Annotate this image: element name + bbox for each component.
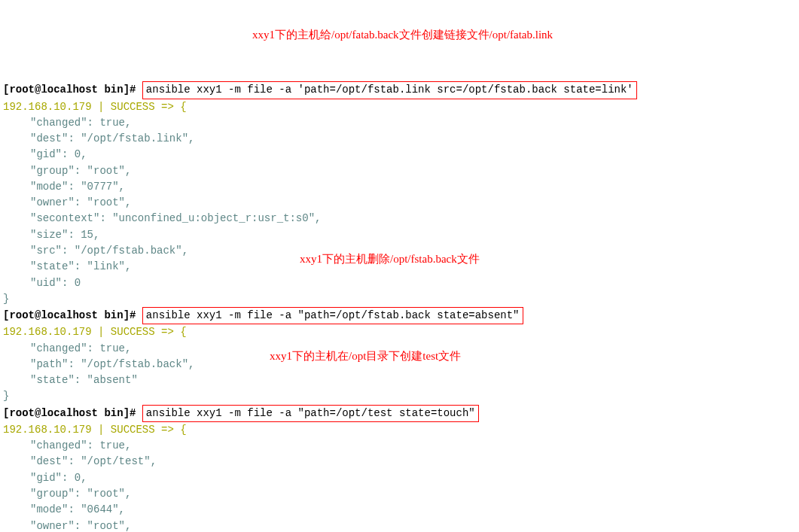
out-2-0: "changed": true, bbox=[30, 342, 131, 354]
out-1-7: "size": 15, bbox=[30, 229, 99, 241]
out-1-2: "gid": 0, bbox=[30, 148, 87, 160]
out-2-1: "path": "/opt/fstab.back", bbox=[30, 358, 194, 370]
out-1-4: "mode": "0777", bbox=[30, 181, 125, 193]
out-1-6: "secontext": "unconfined_u:object_r:usr_… bbox=[30, 212, 321, 224]
cmd-box-1: ansible xxy1 -m file -a 'path=/opt/fstab… bbox=[142, 81, 637, 99]
out-1-3: "group": "root", bbox=[30, 165, 131, 177]
prompt-1: [root@localhost bin]# ansible xxy1 -m fi… bbox=[3, 84, 637, 96]
success-1: 192.168.10.179 | SUCCESS => { bbox=[3, 101, 187, 113]
cmd-box-3: ansible xxy1 -m file -a "path=/opt/test … bbox=[142, 405, 479, 422]
cmd-box-2: ansible xxy1 -m file -a "path=/opt/fstab… bbox=[142, 307, 523, 324]
prompt-3: [root@localhost bin]# ansible xxy1 -m fi… bbox=[3, 407, 479, 419]
out-3-0: "changed": true, bbox=[30, 439, 131, 451]
out-1-8: "src": "/opt/fstab.back", bbox=[30, 245, 188, 257]
annotation-1: xxy1下的主机给/opt/fatab.back文件创建链接文件/opt/fat… bbox=[252, 26, 553, 44]
annotation-3: xxy1下的主机在/opt目录下创建test文件 bbox=[270, 348, 461, 365]
close-1: } bbox=[3, 293, 9, 305]
out-3-3: "group": "root", bbox=[30, 488, 131, 500]
out-1-5: "owner": "root", bbox=[30, 196, 131, 208]
out-2-2: "state": "absent" bbox=[30, 374, 138, 386]
out-1-9: "state": "link", bbox=[30, 260, 131, 272]
out-3-1: "dest": "/opt/test", bbox=[30, 455, 157, 467]
out-3-2: "gid": 0, bbox=[30, 472, 87, 484]
out-3-5: "owner": "root", bbox=[30, 520, 131, 532]
out-1-0: "changed": true, bbox=[30, 117, 131, 129]
prompt-2: [root@localhost bin]# ansible xxy1 -m fi… bbox=[3, 309, 523, 321]
success-2: 192.168.10.179 | SUCCESS => { bbox=[3, 326, 187, 338]
out-1-10: "uid": 0 bbox=[30, 277, 81, 289]
out-1-1: "dest": "/opt/fstab.link", bbox=[30, 132, 194, 144]
out-3-4: "mode": "0644", bbox=[30, 503, 125, 515]
terminal-output: [root@localhost bin]# ansible xxy1 -m fi… bbox=[3, 65, 796, 532]
success-3: 192.168.10.179 | SUCCESS => { bbox=[3, 424, 187, 436]
annotation-2: xxy1下的主机删除/opt/fstab.back文件 bbox=[300, 251, 480, 268]
close-2: } bbox=[3, 390, 9, 402]
